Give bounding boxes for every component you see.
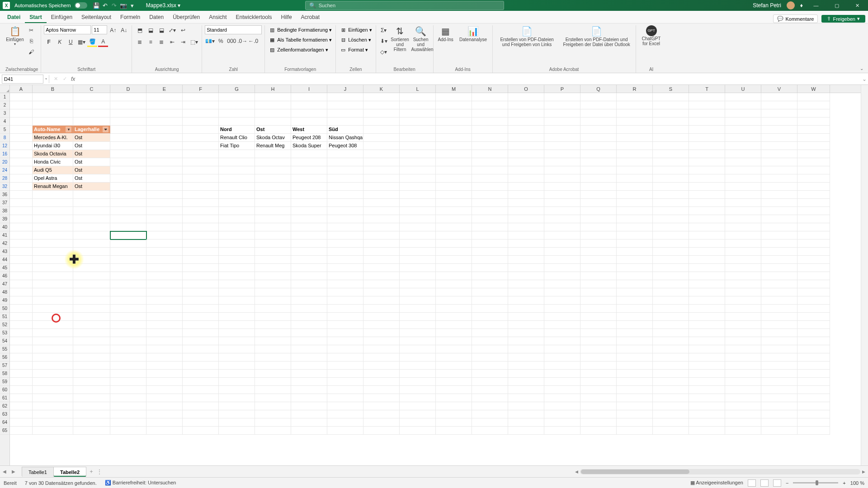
clear-icon[interactable]: ◇▾	[379, 47, 389, 57]
grid-row-28[interactable]: Opel AstraOst	[10, 174, 861, 183]
close-icon[interactable]: ✕	[850, 3, 865, 9]
format-cells-button[interactable]: ▭Format ▾	[339, 45, 373, 54]
qat-dropdown-icon[interactable]: ▾	[128, 2, 137, 9]
align-center-icon[interactable]: ≡	[146, 37, 156, 47]
font-size-combo[interactable]	[92, 25, 107, 34]
user-avatar[interactable]	[787, 1, 795, 9]
row-header-54[interactable]: 54	[0, 337, 9, 345]
conditional-format-button[interactable]: ▥Bedingte Formatierung ▾	[268, 25, 333, 34]
wrap-text-icon[interactable]: ↩	[178, 25, 188, 35]
col-header-J[interactable]: J	[327, 85, 363, 93]
row-header-55[interactable]: 55	[0, 345, 9, 353]
row-header-38[interactable]: 38	[0, 207, 9, 215]
font-name-combo[interactable]	[44, 25, 91, 34]
row-header-4[interactable]: 4	[0, 117, 9, 126]
normal-view-button[interactable]	[748, 479, 756, 487]
col-header-A[interactable]: A	[10, 85, 33, 93]
inc-decimal-icon[interactable]: .0→	[237, 36, 247, 46]
border-button[interactable]: ▦▾	[76, 37, 86, 47]
row-header-2[interactable]: 2	[0, 101, 9, 109]
grid-row-49[interactable]	[10, 296, 861, 305]
col-header-D[interactable]: D	[110, 85, 146, 93]
column-headers[interactable]: ABCDEFGHIJKLMNOPQRSTUVW	[10, 85, 861, 93]
row-header-57[interactable]: 57	[0, 361, 9, 370]
accessibility-status[interactable]: ♿ Barrierefreiheit: Untersuchen	[105, 480, 176, 486]
menu-tab-formeln[interactable]: Formeln	[116, 11, 145, 23]
font-color-button[interactable]: A	[98, 37, 108, 47]
row-header-45[interactable]: 45	[0, 264, 9, 272]
filter-dropdown-icon[interactable]: ⏷	[103, 127, 108, 132]
row-header-64[interactable]: 64	[0, 418, 9, 427]
grid-row-48[interactable]	[10, 288, 861, 296]
grid-row-8[interactable]: Mercedes A-Kl.OstRenault ClioSkoda Octav…	[10, 134, 861, 142]
fx-icon[interactable]: fx	[69, 76, 77, 82]
grid-row-61[interactable]	[10, 394, 861, 402]
col-header-T[interactable]: T	[689, 85, 725, 93]
vertical-scrollbar[interactable]	[861, 85, 868, 465]
row-header-3[interactable]: 3	[0, 109, 9, 117]
row-header-62[interactable]: 62	[0, 402, 9, 410]
row-header-16[interactable]: 16	[0, 150, 9, 158]
menu-tab-ansicht[interactable]: Ansicht	[204, 11, 231, 23]
sheet-tab-tabelle1[interactable]: Tabelle1	[22, 467, 54, 477]
grid-row-4[interactable]	[10, 117, 861, 126]
grid-row-39[interactable]	[10, 215, 861, 223]
page-layout-view-button[interactable]	[760, 479, 769, 487]
col-header-M[interactable]: M	[436, 85, 472, 93]
align-top-icon[interactable]: ⬒	[135, 25, 145, 35]
row-header-41[interactable]: 41	[0, 231, 9, 239]
cut-icon[interactable]: ✂	[26, 25, 36, 35]
col-header-N[interactable]: N	[472, 85, 508, 93]
user-name[interactable]: Stefan Petri	[753, 2, 781, 9]
delete-cells-button[interactable]: ⊟Löschen ▾	[339, 35, 373, 44]
row-header-56[interactable]: 56	[0, 353, 9, 361]
row-header-43[interactable]: 43	[0, 248, 9, 256]
spreadsheet-grid[interactable]: ABCDEFGHIJKLMNOPQRSTUVW 1234581216202428…	[0, 85, 868, 465]
row-header-39[interactable]: 39	[0, 215, 9, 223]
col-header-S[interactable]: S	[653, 85, 689, 93]
row-header-12[interactable]: 12	[0, 142, 9, 150]
sheet-tab-tabelle2[interactable]: Tabelle2	[53, 467, 86, 477]
row-header-48[interactable]: 48	[0, 288, 9, 296]
col-header-V[interactable]: V	[761, 85, 797, 93]
grid-row-47[interactable]	[10, 280, 861, 288]
format-painter-icon[interactable]: 🖌	[26, 47, 36, 57]
merge-icon[interactable]: ⬚▾	[189, 37, 199, 47]
align-middle-icon[interactable]: ⬓	[146, 25, 156, 35]
align-right-icon[interactable]: ≣	[156, 37, 166, 47]
add-sheet-button[interactable]: ＋	[86, 468, 97, 475]
menu-tab-einfügen[interactable]: Einfügen	[47, 11, 77, 23]
camera-icon[interactable]: 📷	[119, 2, 128, 9]
col-header-E[interactable]: E	[146, 85, 183, 93]
menu-tab-seitenlayout[interactable]: Seitenlayout	[77, 11, 116, 23]
minimize-icon[interactable]: —	[808, 3, 824, 8]
fill-icon[interactable]: ⬇▾	[379, 36, 389, 46]
col-header-C[interactable]: C	[73, 85, 110, 93]
menu-tab-acrobat[interactable]: Acrobat	[297, 11, 324, 23]
grid-row-58[interactable]	[10, 370, 861, 378]
grid-row-40[interactable]	[10, 223, 861, 231]
menu-tab-hilfe[interactable]: Hilfe	[277, 11, 297, 23]
grid-row-5[interactable]: Auto-Name▾Lagerhalle⏷NordOstWestSüd	[10, 126, 861, 134]
row-header-8[interactable]: 8	[0, 134, 9, 142]
grid-row-53[interactable]	[10, 329, 861, 337]
row-header-42[interactable]: 42	[0, 239, 9, 248]
zoom-out-button[interactable]: −	[786, 480, 788, 486]
percent-icon[interactable]: %	[216, 36, 226, 46]
row-header-44[interactable]: 44	[0, 256, 9, 264]
row-header-32[interactable]: 32	[0, 183, 9, 191]
menu-tab-entwicklertools[interactable]: Entwicklertools	[231, 11, 277, 23]
cancel-formula-icon[interactable]: ✕	[51, 76, 60, 82]
comments-button[interactable]: 💬 Kommentare	[773, 14, 818, 23]
grid-row-44[interactable]	[10, 256, 861, 264]
row-header-49[interactable]: 49	[0, 296, 9, 305]
thousands-icon[interactable]: 000	[226, 36, 236, 46]
expand-formula-icon[interactable]: ⌄	[861, 76, 868, 82]
col-header-O[interactable]: O	[508, 85, 544, 93]
zoom-in-button[interactable]: +	[843, 480, 845, 486]
col-header-Q[interactable]: Q	[580, 85, 617, 93]
shrink-font-icon[interactable]: A↓	[119, 25, 129, 35]
paste-button[interactable]: 📋Einfügen▾	[5, 25, 24, 46]
row-header-37[interactable]: 37	[0, 199, 9, 207]
col-header-G[interactable]: G	[219, 85, 255, 93]
